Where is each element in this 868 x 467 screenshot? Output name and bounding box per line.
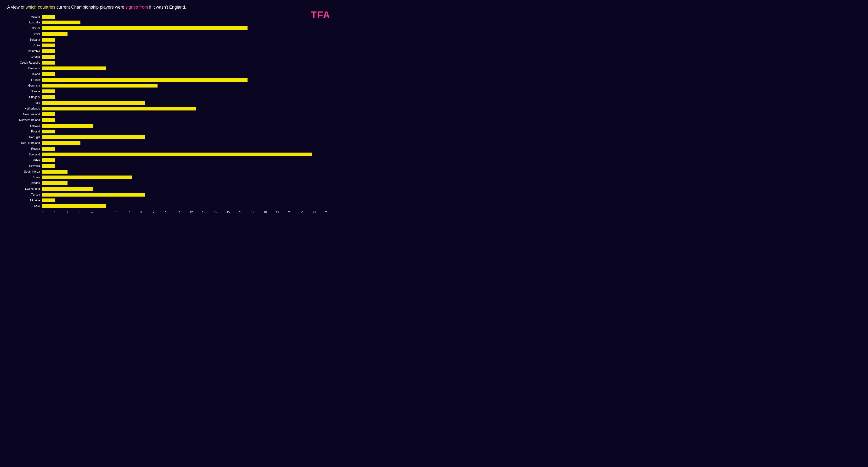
country-label: Ukraine xyxy=(7,199,42,202)
country-label: Netherlands xyxy=(7,107,42,110)
bar xyxy=(42,187,93,191)
bar xyxy=(42,135,145,139)
bar xyxy=(42,198,55,202)
table-row: Scotland xyxy=(7,152,338,157)
table-row: Hungary xyxy=(7,95,338,100)
x-axis-label: 1 xyxy=(54,211,66,214)
bar-area xyxy=(42,169,338,174)
bar-area xyxy=(42,186,338,192)
bar xyxy=(42,72,55,76)
bar xyxy=(42,15,55,19)
bar xyxy=(42,49,55,53)
bar-area xyxy=(42,60,338,65)
x-axis-label: 13 xyxy=(202,211,214,214)
table-row: Chile xyxy=(7,43,338,48)
table-row: Turkey xyxy=(7,192,338,197)
bar xyxy=(42,95,55,99)
country-label: Poland xyxy=(7,130,42,133)
country-label: South Korea xyxy=(7,170,42,173)
x-axis-label: 20 xyxy=(288,211,301,214)
bar xyxy=(42,78,248,82)
country-label: Switzerland xyxy=(7,187,42,191)
bar-area xyxy=(42,112,338,117)
bar-area xyxy=(42,83,338,88)
table-row: Norway xyxy=(7,123,338,128)
bar xyxy=(42,181,67,185)
bar-area xyxy=(42,43,338,48)
country-label: Australia xyxy=(7,21,42,24)
bar xyxy=(42,66,106,70)
chart-title: A view of which countries current Champi… xyxy=(7,5,338,10)
bar-area xyxy=(42,26,338,31)
bar-area xyxy=(42,135,338,140)
bar-area xyxy=(42,54,338,60)
table-row: Switzerland xyxy=(7,186,338,192)
x-axis-label: 0 xyxy=(42,211,54,214)
country-label: USA xyxy=(7,204,42,208)
title-highlight-signed: signed from xyxy=(125,5,148,9)
x-axis-label: 18 xyxy=(264,211,276,214)
bar xyxy=(42,147,55,151)
table-row: Belgium xyxy=(7,26,338,31)
country-label: Greece xyxy=(7,90,42,93)
bar xyxy=(42,141,81,145)
country-label: Denmark xyxy=(7,67,42,70)
x-axis-label: 15 xyxy=(227,211,239,214)
table-row: South Korea xyxy=(7,169,338,174)
table-row: Northern Ireland xyxy=(7,118,338,123)
country-label: Sweden xyxy=(7,181,42,185)
bar xyxy=(42,170,67,174)
bar xyxy=(42,107,196,110)
table-row: Serbia xyxy=(7,158,338,163)
bar-area xyxy=(42,71,338,77)
x-axis-label: 7 xyxy=(128,211,140,214)
table-row: Portugal xyxy=(7,135,338,140)
bar xyxy=(42,32,67,36)
x-axis-label: 17 xyxy=(251,211,264,214)
bar-area xyxy=(42,66,338,71)
table-row: Denmark xyxy=(7,66,338,71)
x-axis-label: 10 xyxy=(165,211,177,214)
title-highlight-countries: which countries xyxy=(26,5,55,9)
country-label: Portugal xyxy=(7,136,42,139)
country-label: New Zealand xyxy=(7,112,42,116)
bar-area xyxy=(42,152,338,157)
bar-area xyxy=(42,203,338,209)
country-label: Austria xyxy=(7,15,42,19)
bar-area xyxy=(42,163,338,169)
bar-area xyxy=(42,31,338,37)
country-label: Germany xyxy=(7,84,42,87)
table-row: Ukraine xyxy=(7,198,338,203)
x-axis-label: 12 xyxy=(190,211,202,214)
bar-area xyxy=(42,37,338,42)
x-axis-label: 16 xyxy=(239,211,251,214)
bar-area xyxy=(42,118,338,123)
bar xyxy=(42,84,157,88)
bar-area xyxy=(42,14,338,20)
country-label: Hungary xyxy=(7,95,42,99)
bar-chart: AustriaAustraliaBelgiumBrazilBulgariaChi… xyxy=(7,14,338,209)
table-row: Brazil xyxy=(7,31,338,37)
x-axis-label: 8 xyxy=(141,211,153,214)
table-row: France xyxy=(7,77,338,82)
x-axis-label: 5 xyxy=(103,211,116,214)
bar-area xyxy=(42,158,338,163)
country-label: Italy xyxy=(7,101,42,104)
bar xyxy=(42,193,145,197)
country-label: Columbia xyxy=(7,49,42,53)
bar xyxy=(42,26,248,30)
bar xyxy=(42,21,81,24)
bar xyxy=(42,112,55,116)
country-label: Spain xyxy=(7,176,42,179)
x-axis-label: 6 xyxy=(116,211,128,214)
bar-area xyxy=(42,129,338,134)
table-row: Bulgaria xyxy=(7,37,338,42)
table-row: Poland xyxy=(7,129,338,134)
bar-area xyxy=(42,48,338,54)
country-label: Bulgaria xyxy=(7,38,42,41)
bar xyxy=(42,55,55,59)
bar xyxy=(42,118,55,122)
table-row: Czech Republic xyxy=(7,60,338,65)
bar-area xyxy=(42,20,338,25)
country-label: France xyxy=(7,78,42,81)
